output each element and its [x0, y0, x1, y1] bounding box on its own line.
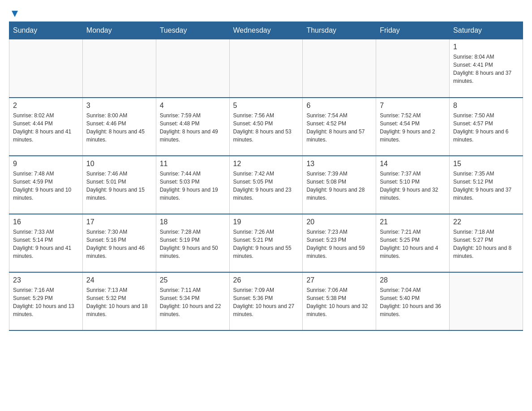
day-number: 6 [306, 102, 372, 110]
day-info: Sunrise: 7:37 AMSunset: 5:10 PMDaylight:… [380, 170, 446, 202]
calendar-cell: 27Sunrise: 7:06 AMSunset: 5:38 PMDayligh… [303, 272, 376, 330]
day-info: Sunrise: 7:46 AMSunset: 5:01 PMDaylight:… [86, 170, 152, 202]
calendar-cell [229, 39, 303, 98]
weekday-header-friday: Friday [376, 22, 450, 39]
day-number: 5 [233, 102, 299, 110]
day-info: Sunrise: 7:48 AMSunset: 4:59 PMDaylight:… [13, 170, 79, 202]
svg-marker-0 [12, 11, 18, 17]
day-info: Sunrise: 7:13 AMSunset: 5:32 PMDaylight:… [86, 286, 152, 318]
calendar-week-row: 2Sunrise: 8:02 AMSunset: 4:44 PMDaylight… [9, 98, 523, 156]
day-number: 20 [306, 218, 372, 226]
calendar-cell: 26Sunrise: 7:09 AMSunset: 5:36 PMDayligh… [229, 272, 303, 330]
day-number: 8 [453, 102, 519, 110]
day-number: 22 [453, 218, 519, 226]
weekday-header-thursday: Thursday [303, 22, 376, 39]
calendar-cell [82, 39, 156, 98]
day-info: Sunrise: 8:04 AMSunset: 4:41 PMDaylight:… [453, 53, 519, 85]
day-info: Sunrise: 7:54 AMSunset: 4:52 PMDaylight:… [306, 111, 372, 144]
day-number: 17 [86, 218, 152, 226]
day-info: Sunrise: 7:50 AMSunset: 4:57 PMDaylight:… [453, 111, 519, 144]
calendar-cell: 28Sunrise: 7:04 AMSunset: 5:40 PMDayligh… [376, 272, 450, 330]
calendar-cell: 8Sunrise: 7:50 AMSunset: 4:57 PMDaylight… [450, 98, 523, 156]
calendar-cell: 5Sunrise: 7:56 AMSunset: 4:50 PMDaylight… [229, 98, 303, 156]
day-number: 2 [13, 102, 79, 110]
day-number: 24 [86, 276, 152, 284]
calendar-cell: 9Sunrise: 7:48 AMSunset: 4:59 PMDaylight… [9, 156, 83, 214]
weekday-header-wednesday: Wednesday [229, 22, 303, 39]
day-info: Sunrise: 7:06 AMSunset: 5:38 PMDaylight:… [306, 286, 372, 318]
day-info: Sunrise: 7:04 AMSunset: 5:40 PMDaylight:… [380, 286, 446, 318]
day-number: 25 [160, 276, 226, 284]
day-info: Sunrise: 8:00 AMSunset: 4:46 PMDaylight:… [86, 111, 152, 144]
day-info: Sunrise: 8:02 AMSunset: 4:44 PMDaylight:… [13, 111, 79, 144]
day-number: 14 [380, 160, 446, 168]
day-number: 16 [13, 218, 79, 226]
day-info: Sunrise: 7:16 AMSunset: 5:29 PMDaylight:… [13, 286, 79, 318]
day-number: 1 [453, 43, 519, 51]
calendar-cell: 2Sunrise: 8:02 AMSunset: 4:44 PMDaylight… [9, 98, 83, 156]
calendar-cell: 21Sunrise: 7:21 AMSunset: 5:25 PMDayligh… [376, 214, 450, 272]
day-number: 9 [13, 160, 79, 168]
day-info: Sunrise: 7:44 AMSunset: 5:03 PMDaylight:… [160, 170, 226, 202]
day-number: 27 [306, 276, 372, 284]
day-info: Sunrise: 7:21 AMSunset: 5:25 PMDaylight:… [380, 228, 446, 260]
calendar-cell: 24Sunrise: 7:13 AMSunset: 5:32 PMDayligh… [82, 272, 156, 330]
calendar-cell: 3Sunrise: 8:00 AMSunset: 4:46 PMDaylight… [82, 98, 156, 156]
calendar-week-row: 23Sunrise: 7:16 AMSunset: 5:29 PMDayligh… [9, 272, 523, 330]
day-info: Sunrise: 7:56 AMSunset: 4:50 PMDaylight:… [233, 111, 299, 144]
day-number: 19 [233, 218, 299, 226]
calendar-cell: 6Sunrise: 7:54 AMSunset: 4:52 PMDaylight… [303, 98, 376, 156]
calendar-cell: 4Sunrise: 7:59 AMSunset: 4:48 PMDaylight… [156, 98, 229, 156]
day-info: Sunrise: 7:26 AMSunset: 5:21 PMDaylight:… [233, 228, 299, 260]
day-number: 4 [160, 102, 226, 110]
day-info: Sunrise: 7:11 AMSunset: 5:34 PMDaylight:… [160, 286, 226, 318]
calendar-week-row: 1Sunrise: 8:04 AMSunset: 4:41 PMDaylight… [9, 39, 523, 98]
day-number: 26 [233, 276, 299, 284]
weekday-header-monday: Monday [82, 22, 156, 39]
day-info: Sunrise: 7:42 AMSunset: 5:05 PMDaylight:… [233, 170, 299, 202]
calendar-cell: 10Sunrise: 7:46 AMSunset: 5:01 PMDayligh… [82, 156, 156, 214]
logo-arrow-icon [10, 9, 20, 21]
weekday-header-saturday: Saturday [450, 22, 523, 39]
calendar-cell: 18Sunrise: 7:28 AMSunset: 5:19 PMDayligh… [156, 214, 229, 272]
calendar-cell: 1Sunrise: 8:04 AMSunset: 4:41 PMDaylight… [450, 39, 523, 98]
day-number: 3 [86, 102, 152, 110]
calendar-cell [450, 272, 523, 330]
weekday-header-row: SundayMondayTuesdayWednesdayThursdayFrid… [9, 22, 523, 39]
calendar-cell: 20Sunrise: 7:23 AMSunset: 5:23 PMDayligh… [303, 214, 376, 272]
logo [9, 9, 20, 17]
calendar-cell [9, 39, 83, 98]
calendar-cell: 12Sunrise: 7:42 AMSunset: 5:05 PMDayligh… [229, 156, 303, 214]
day-info: Sunrise: 7:28 AMSunset: 5:19 PMDaylight:… [160, 228, 226, 260]
day-info: Sunrise: 7:09 AMSunset: 5:36 PMDaylight:… [233, 286, 299, 318]
day-number: 23 [13, 276, 79, 284]
calendar-week-row: 9Sunrise: 7:48 AMSunset: 4:59 PMDaylight… [9, 156, 523, 214]
calendar-cell [376, 39, 450, 98]
day-info: Sunrise: 7:35 AMSunset: 5:12 PMDaylight:… [453, 170, 519, 202]
calendar-cell: 15Sunrise: 7:35 AMSunset: 5:12 PMDayligh… [450, 156, 523, 214]
day-info: Sunrise: 7:52 AMSunset: 4:54 PMDaylight:… [380, 111, 446, 144]
day-info: Sunrise: 7:18 AMSunset: 5:27 PMDaylight:… [453, 228, 519, 260]
calendar-cell: 17Sunrise: 7:30 AMSunset: 5:16 PMDayligh… [82, 214, 156, 272]
weekday-header-tuesday: Tuesday [156, 22, 229, 39]
calendar-cell: 11Sunrise: 7:44 AMSunset: 5:03 PMDayligh… [156, 156, 229, 214]
calendar-cell [156, 39, 229, 98]
day-number: 21 [380, 218, 446, 226]
day-info: Sunrise: 7:39 AMSunset: 5:08 PMDaylight:… [306, 170, 372, 202]
day-info: Sunrise: 7:59 AMSunset: 4:48 PMDaylight:… [160, 111, 226, 144]
calendar-week-row: 16Sunrise: 7:33 AMSunset: 5:14 PMDayligh… [9, 214, 523, 272]
calendar-cell: 7Sunrise: 7:52 AMSunset: 4:54 PMDaylight… [376, 98, 450, 156]
day-info: Sunrise: 7:33 AMSunset: 5:14 PMDaylight:… [13, 228, 79, 260]
calendar-cell: 19Sunrise: 7:26 AMSunset: 5:21 PMDayligh… [229, 214, 303, 272]
day-number: 10 [86, 160, 152, 168]
calendar-table: SundayMondayTuesdayWednesdayThursdayFrid… [9, 21, 523, 331]
calendar-cell [303, 39, 376, 98]
day-number: 11 [160, 160, 226, 168]
calendar-cell: 23Sunrise: 7:16 AMSunset: 5:29 PMDayligh… [9, 272, 83, 330]
day-info: Sunrise: 7:30 AMSunset: 5:16 PMDaylight:… [86, 228, 152, 260]
calendar-cell: 13Sunrise: 7:39 AMSunset: 5:08 PMDayligh… [303, 156, 376, 214]
weekday-header-sunday: Sunday [9, 22, 83, 39]
calendar-cell: 16Sunrise: 7:33 AMSunset: 5:14 PMDayligh… [9, 214, 83, 272]
page-header [9, 9, 523, 17]
day-number: 7 [380, 102, 446, 110]
